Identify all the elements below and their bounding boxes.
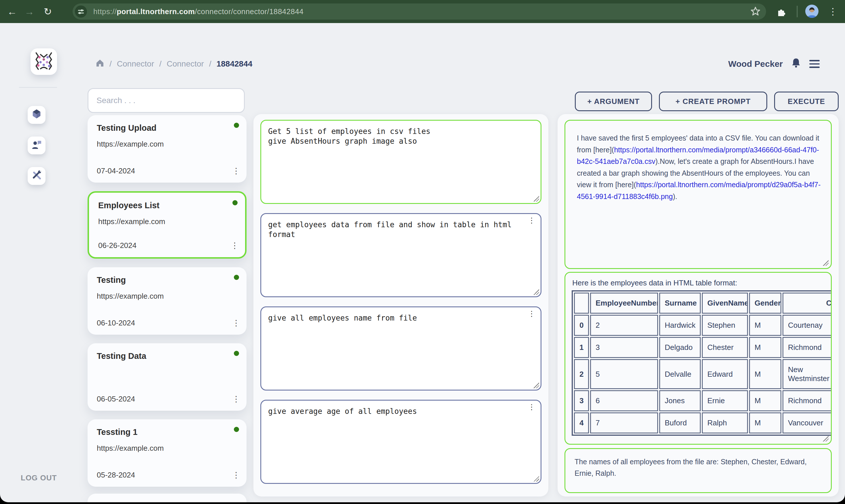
execute-button[interactable]: EXECUTE: [774, 92, 839, 111]
browser-menu-icon[interactable]: ⋮: [826, 0, 840, 23]
card-kebab-icon[interactable]: [232, 470, 241, 480]
site-settings-icon[interactable]: [75, 5, 87, 18]
table-header-cell: Gender: [749, 293, 781, 313]
response-box-names: The names of all employees from the file…: [564, 448, 832, 493]
row-index-cell: 1: [574, 337, 589, 358]
avatar[interactable]: [805, 5, 819, 18]
sidebar-item-prompts[interactable]: [28, 137, 46, 155]
table-cell: 3: [590, 337, 658, 358]
reload-icon[interactable]: ↻: [40, 0, 55, 23]
table-cell: 6: [590, 390, 658, 411]
row-index-cell: 0: [574, 315, 589, 336]
table-cell: Richmond: [783, 337, 832, 358]
hamburger-menu-icon[interactable]: [809, 60, 820, 68]
resize-handle[interactable]: [533, 476, 539, 482]
prompt-textarea-3[interactable]: give all employees name from file: [260, 306, 541, 391]
logout-button[interactable]: LOG OUT: [21, 473, 57, 482]
table-cell: Chester: [702, 337, 748, 358]
resize-handle[interactable]: [823, 260, 829, 266]
create-prompt-button[interactable]: + CREATE PROMPT: [659, 92, 767, 111]
prompt-card-testing-data[interactable]: Testing Data 06-05-2024: [88, 343, 247, 411]
rail-divider: [19, 87, 57, 88]
breadcrumb-connector-2[interactable]: Connector: [167, 59, 204, 69]
table-header-cell: [574, 293, 589, 313]
prompt-card-tessting-1[interactable]: Tessting 1 https://example.com 05-28-202…: [88, 419, 247, 487]
url-host: portal.ltnorthern.com: [116, 7, 195, 16]
breadcrumb-connector-1[interactable]: Connector: [117, 59, 154, 69]
table-cell: 7: [590, 412, 658, 433]
prompt-card-testing[interactable]: Testing https://example.com 06-10-2024: [88, 267, 247, 335]
bookmark-star-icon[interactable]: [751, 6, 760, 18]
resize-handle[interactable]: [533, 289, 539, 295]
browser-chrome: ← → ↻ https://portal.ltnorthern.com/conn…: [0, 0, 845, 23]
prompt-card-employees-list[interactable]: Employees List https://example.com 06-26…: [88, 191, 247, 259]
person-chat-icon: [31, 139, 42, 152]
row-index-cell: 4: [574, 412, 589, 433]
status-dot: [232, 200, 238, 205]
table-cell: 5: [590, 359, 658, 389]
card-kebab-icon[interactable]: [232, 166, 241, 176]
table-cell: M: [749, 359, 781, 389]
card-date: 06-05-2024: [97, 395, 135, 403]
user-cluster: Wood Pecker: [728, 58, 820, 70]
card-kebab-icon[interactable]: [232, 318, 241, 328]
card-date: 07-04-2024: [97, 166, 135, 175]
card-date: 06-26-2024: [98, 241, 137, 250]
prompt-textarea-4[interactable]: give average age of all employees: [260, 400, 541, 484]
sidebar-item-tools[interactable]: [28, 167, 46, 185]
prompt-editors-panel: Get 5 list of employees in csv files giv…: [253, 114, 549, 497]
url-path: /connector/connector/18842844: [195, 7, 304, 16]
table-cell: Ralph: [702, 412, 748, 433]
resize-handle[interactable]: [823, 436, 829, 442]
portal-page: ← → ↻ https://portal.ltnorthern.com/conn…: [0, 0, 845, 502]
table-cell: Hardwick: [659, 315, 701, 336]
extensions-icon[interactable]: [776, 7, 786, 19]
table-cell: Buford: [659, 412, 701, 433]
table-cell: New Westminster: [783, 359, 832, 389]
employees-table: EmployeeNumberSurnameGivenNameGenderCity…: [572, 290, 832, 436]
url-scheme: https://: [93, 7, 116, 16]
search-input[interactable]: [88, 88, 245, 113]
table-cell: Stephen: [702, 315, 748, 336]
breadcrumb-sep: /: [209, 59, 211, 69]
forward-icon[interactable]: →: [22, 0, 37, 23]
prompt-card-partial[interactable]: [88, 493, 247, 502]
table-cell: Jones: [659, 390, 701, 411]
textarea-kebab-icon[interactable]: [527, 216, 536, 225]
add-argument-button[interactable]: + ARGUMENT: [575, 92, 652, 111]
table-cell: M: [749, 315, 781, 336]
toolbar-divider: [797, 6, 798, 17]
resize-handle[interactable]: [533, 382, 539, 388]
bell-icon[interactable]: [791, 58, 801, 70]
card-kebab-icon[interactable]: [230, 241, 239, 250]
card-kebab-icon[interactable]: [232, 394, 241, 404]
home-icon[interactable]: [96, 59, 104, 69]
app-logo[interactable]: [31, 48, 57, 75]
sidebar-item-connectors[interactable]: [28, 106, 46, 124]
prompt-textarea-2[interactable]: get employees data from file and show in…: [260, 213, 541, 297]
resize-handle[interactable]: [533, 196, 539, 202]
address-bar[interactable]: https://portal.ltnorthern.com/connector/…: [73, 3, 766, 20]
table-cell: Delgado: [659, 337, 701, 358]
card-title: Testing Upload: [97, 123, 237, 133]
table-row: 36JonesErnieMRichmond: [574, 390, 832, 411]
back-icon[interactable]: ←: [5, 0, 20, 23]
card-title: Testing Data: [97, 352, 237, 361]
textarea-kebab-icon[interactable]: [527, 309, 536, 318]
tools-icon: [31, 169, 42, 182]
table-row: 02HardwickStephenMCourtenay: [574, 315, 832, 336]
table-row: 47BufordRalphMVancouver: [574, 412, 832, 433]
breadcrumb-current-id: 18842844: [217, 59, 253, 69]
prompt-textarea-1[interactable]: Get 5 list of employees in csv files giv…: [260, 120, 541, 204]
table-header-cell: EmployeeNumber: [590, 293, 658, 313]
prompt-card-testing-upload[interactable]: Testing Upload https://example.com 07-04…: [88, 115, 247, 183]
table-cell: Richmond: [783, 390, 832, 411]
table-header-cell: Surname: [659, 293, 701, 313]
status-dot: [234, 123, 239, 128]
textarea-kebab-icon[interactable]: [527, 403, 536, 412]
table-cell: Courtenay: [783, 315, 832, 336]
response-text: The names of all employees from the file…: [575, 457, 807, 477]
status-dot: [234, 275, 239, 280]
table-cell: Vancouver: [783, 412, 832, 433]
card-title: Tessting 1: [97, 427, 237, 437]
